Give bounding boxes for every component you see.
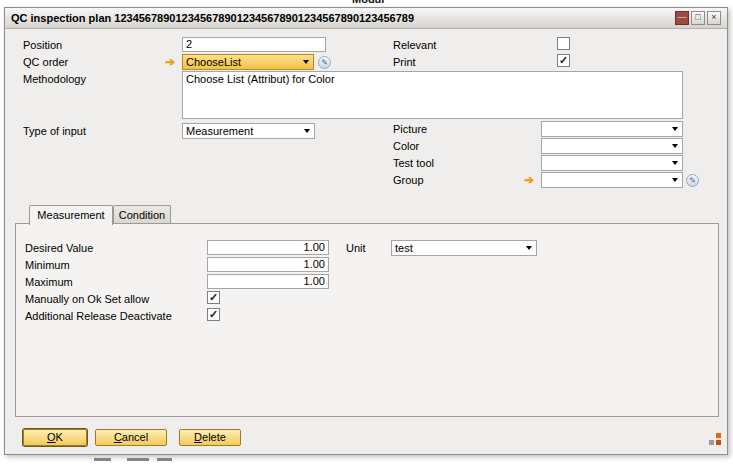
dropdown-arrow-icon[interactable] xyxy=(668,157,681,169)
background-fragment xyxy=(94,458,111,461)
color-select[interactable] xyxy=(541,138,683,154)
desired-value-input[interactable]: 1.00 xyxy=(207,240,329,255)
close-button[interactable]: × xyxy=(707,11,721,25)
background-window-fragment: Modul xyxy=(352,0,398,6)
type-of-input-value: Measurement xyxy=(186,124,253,138)
position-input[interactable]: 2 xyxy=(182,37,326,52)
dropdown-arrow-icon[interactable] xyxy=(299,56,312,68)
unit-value: test xyxy=(395,241,413,255)
dropdown-arrow-icon[interactable] xyxy=(300,125,313,137)
minimum-label: Minimum xyxy=(25,258,70,273)
cancel-button-label: Cancel xyxy=(96,430,166,444)
qc-order-value: ChooseList xyxy=(186,55,241,69)
maximize-button[interactable]: □ xyxy=(691,11,705,25)
qc-order-select[interactable]: ChooseList xyxy=(182,54,314,70)
picture-select[interactable] xyxy=(541,121,683,137)
position-label: Position xyxy=(23,38,62,53)
qc-order-link-arrow-icon[interactable]: ➔ xyxy=(165,56,175,69)
desired-value-label: Desired Value xyxy=(25,241,93,256)
check-icon: ✓ xyxy=(559,54,568,66)
screen: Modul QC inspection plan 123456789012345… xyxy=(0,0,733,466)
test-tool-label: Test tool xyxy=(393,156,434,171)
background-fragment xyxy=(157,458,172,461)
methodology-textarea[interactable]: Choose List (Attribut) for Color xyxy=(182,71,683,119)
additional-release-deactivate-label: Additional Release Deactivate xyxy=(25,309,172,324)
group-link-arrow-icon[interactable]: ➔ xyxy=(524,174,534,187)
unit-select[interactable]: test xyxy=(391,240,537,256)
tab-measurement[interactable]: Measurement xyxy=(29,205,113,225)
additional-release-deactivate-checkbox[interactable]: ✓ xyxy=(207,308,220,321)
picture-label: Picture xyxy=(393,122,427,137)
manually-on-ok-set-allow-label: Manually on Ok Set allow xyxy=(25,292,149,307)
qc-order-edit-icon[interactable]: ✎ xyxy=(318,56,331,69)
qc-inspection-plan-dialog: QC inspection plan 123456789012345678901… xyxy=(4,7,728,455)
minimize-button[interactable]: — xyxy=(675,11,689,25)
ok-button-label: OK xyxy=(24,430,86,444)
minimum-input[interactable]: 1.00 xyxy=(207,257,329,272)
background-fragment xyxy=(127,458,149,461)
delete-button-label: Delete xyxy=(180,430,240,444)
dropdown-arrow-icon[interactable] xyxy=(668,140,681,152)
cancel-button[interactable]: Cancel xyxy=(95,429,167,446)
type-of-input-label: Type of input xyxy=(23,124,86,139)
group-edit-icon[interactable]: ✎ xyxy=(686,174,699,187)
background-cropped-text: Modul xyxy=(352,0,398,5)
color-label: Color xyxy=(393,139,419,154)
relevant-checkbox[interactable] xyxy=(557,37,570,50)
title-bar[interactable]: QC inspection plan 123456789012345678901… xyxy=(5,8,727,29)
delete-button[interactable]: Delete xyxy=(179,429,241,446)
unit-label: Unit xyxy=(346,241,366,256)
group-select[interactable] xyxy=(541,172,683,188)
dropdown-arrow-icon[interactable] xyxy=(668,123,681,135)
check-icon: ✓ xyxy=(209,291,218,303)
resize-grip-icon[interactable] xyxy=(709,433,721,445)
methodology-label: Methodology xyxy=(23,72,86,87)
print-label: Print xyxy=(393,55,416,70)
maximum-label: Maximum xyxy=(25,275,73,290)
manually-on-ok-set-allow-checkbox[interactable]: ✓ xyxy=(207,291,220,304)
window-title: QC inspection plan 123456789012345678901… xyxy=(11,8,414,28)
qc-order-label: QC order xyxy=(23,55,68,70)
dropdown-arrow-icon[interactable] xyxy=(522,242,535,254)
test-tool-select[interactable] xyxy=(541,155,683,171)
ok-button[interactable]: OK xyxy=(23,429,87,446)
group-label: Group xyxy=(393,173,424,188)
tab-condition[interactable]: Condition xyxy=(113,205,171,224)
print-checkbox[interactable]: ✓ xyxy=(557,54,570,67)
maximum-input[interactable]: 1.00 xyxy=(207,274,329,289)
type-of-input-select[interactable]: Measurement xyxy=(182,123,315,139)
check-icon: ✓ xyxy=(209,308,218,320)
dropdown-arrow-icon[interactable] xyxy=(668,174,681,186)
relevant-label: Relevant xyxy=(393,38,436,53)
